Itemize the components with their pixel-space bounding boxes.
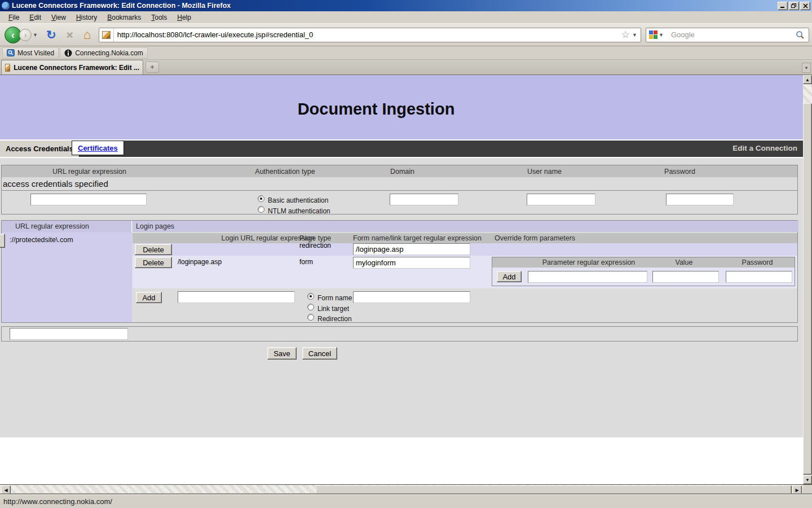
bookmark-most-visited[interactable]: Most Visited	[2, 47, 59, 59]
window-title: Lucene Connectors Framework: Edit Connec…	[12, 2, 776, 10]
override-header-row: Parameter regular expression Value Passw…	[492, 257, 795, 268]
firefox-icon	[2, 2, 10, 10]
session-url-header-cell: URL regular expression	[2, 221, 132, 232]
bookmark-star-icon[interactable]: ☆	[618, 29, 631, 41]
favicon	[99, 28, 114, 42]
reload-button[interactable]: ↻	[46, 29, 56, 41]
status-bar: http://www.connecting.nokia.com/	[0, 494, 812, 508]
forward-button[interactable]: ›	[19, 29, 32, 41]
param-value-input[interactable]	[652, 271, 719, 283]
home-button[interactable]: ⌂	[83, 28, 91, 41]
minimize-button[interactable]	[778, 2, 788, 10]
login-pages-header-cell: Login pages	[133, 221, 798, 232]
form-name-input[interactable]	[353, 243, 470, 255]
save-button[interactable]: Save	[267, 347, 297, 360]
tab-favicon	[5, 64, 10, 72]
credentials-message: access credentials specified	[3, 179, 108, 189]
title-bar: Lucene Connectors Framework: Edit Connec…	[0, 0, 812, 11]
vertical-scrollbar-thumb[interactable]	[803, 103, 812, 475]
login-pages-header-row: Login URL regular expression Page type F…	[133, 233, 797, 243]
url-bar[interactable]: http://localhost:8080/lcf-crawler-ui/exe…	[99, 28, 641, 42]
menu-tools[interactable]: Tools	[146, 12, 172, 23]
col-user-name: User name	[509, 168, 580, 176]
form-name-radio-label: Form name	[317, 294, 352, 302]
new-tab-button[interactable]: +	[145, 62, 159, 73]
param-password-input[interactable]	[726, 271, 792, 283]
scroll-down-icon[interactable]: ▼	[803, 475, 812, 484]
session-url-value: ://protectedsite\.com	[10, 236, 73, 244]
page-type-value: redirection	[299, 242, 331, 249]
new-form-name-input[interactable]	[353, 291, 470, 303]
basic-auth-radio[interactable]	[258, 195, 264, 202]
horizontal-scrollbar-thumb[interactable]	[316, 485, 792, 494]
tab-access-credentials[interactable]: Access Credentials	[0, 141, 80, 157]
add-param-button[interactable]: Add	[497, 271, 522, 282]
tab-strip: Lucene Connectors Framework: Edit ... + …	[0, 60, 812, 75]
redirection-radio-label: Redirection	[317, 315, 352, 323]
cancel-button[interactable]: Cancel	[302, 347, 337, 360]
tab-certificates[interactable]: Certificates	[72, 141, 124, 155]
col-password: Password	[645, 168, 715, 176]
vertical-scrollbar[interactable]: ▲ ▼	[803, 75, 812, 484]
url-dropdown-icon[interactable]: ▼	[631, 32, 641, 38]
new-login-url-input[interactable]	[178, 291, 295, 303]
most-visited-icon	[7, 49, 15, 56]
login-page-row: Delete /loginpage.asp form Parameter reg…	[133, 256, 797, 288]
close-button[interactable]	[800, 2, 810, 10]
menu-file[interactable]: File	[3, 12, 24, 23]
search-magnifier-icon[interactable]	[796, 30, 805, 40]
add-login-page-button[interactable]: Add	[136, 292, 162, 303]
form-name-input[interactable]	[353, 257, 470, 269]
tab-active[interactable]: Lucene Connectors Framework: Edit ...	[1, 60, 143, 75]
search-engine-dropdown-icon[interactable]: ▼	[657, 32, 667, 38]
search-placeholder[interactable]: Google	[667, 30, 796, 39]
history-dropdown-icon[interactable]: ▼	[32, 32, 41, 38]
scroll-left-icon[interactable]: ◀	[1, 485, 11, 494]
delete-url-button-clipped[interactable]	[0, 234, 5, 248]
session-url-cell: ://protectedsite\.com	[2, 232, 132, 322]
bookmarks-toolbar: Most Visited Connecting.Nokia.com	[0, 46, 812, 60]
menu-edit[interactable]: Edit	[24, 12, 46, 23]
url-text[interactable]: http://localhost:8080/lcf-crawler-ui/exe…	[114, 30, 618, 39]
search-box[interactable]: ▼ Google	[646, 28, 809, 42]
link-target-radio-label: Link target	[317, 305, 349, 313]
page-tab-bar: Access Credentials Certificates Edit a C…	[0, 141, 803, 157]
user-name-input[interactable]	[527, 194, 595, 205]
browser-window: Lucene Connectors Framework: Edit Connec…	[0, 0, 812, 508]
horizontal-scrollbar[interactable]: ◀ ▶	[0, 484, 803, 494]
menu-help[interactable]: Help	[172, 12, 196, 23]
override-params-table: Parameter regular expression Value Passw…	[492, 257, 795, 286]
menu-bookmarks[interactable]: Bookmarks	[102, 12, 146, 23]
footer-bar: Save Cancel	[0, 343, 803, 363]
delete-login-page-button[interactable]: Delete	[135, 244, 172, 255]
password-input[interactable]	[666, 194, 734, 205]
bookmark-connecting-nokia[interactable]: Connecting.Nokia.com	[60, 47, 148, 59]
domain-input[interactable]	[390, 194, 458, 205]
form-name-radio[interactable]	[307, 293, 314, 300]
redirection-radio[interactable]	[307, 314, 314, 321]
session-section: URL regular expression Login pages ://pr…	[1, 220, 798, 323]
col-form-name: Form name/link target regular expression	[353, 234, 482, 242]
col-param-regex: Parameter regular expression	[529, 259, 648, 266]
credentials-section: URL regular expression Authentication ty…	[1, 165, 798, 214]
stop-button[interactable]: ×	[67, 29, 73, 41]
edit-connection-label: Edit a Connection	[732, 144, 797, 152]
ntlm-auth-radio[interactable]	[258, 206, 264, 213]
new-url-regex-input[interactable]	[10, 328, 128, 340]
menu-view[interactable]: View	[46, 12, 71, 23]
tab-list-dropdown-icon[interactable]: ▼	[802, 63, 811, 73]
scroll-right-icon[interactable]: ▶	[792, 485, 802, 494]
restore-button[interactable]	[789, 2, 799, 10]
ntlm-auth-label: NTLM authentication	[268, 207, 330, 215]
link-target-radio[interactable]	[307, 304, 314, 310]
delete-login-page-button[interactable]: Delete	[135, 257, 172, 268]
page-title: Document Ingestion	[0, 100, 803, 119]
google-icon	[649, 30, 657, 39]
param-regex-input[interactable]	[528, 271, 647, 283]
login-url-value: /loginpage.asp	[178, 258, 222, 266]
credentials-header-row: URL regular expression Authentication ty…	[2, 165, 797, 177]
url-regex-input[interactable]	[30, 194, 147, 205]
divider	[2, 190, 797, 191]
menu-history[interactable]: History	[71, 12, 102, 23]
scroll-up-icon[interactable]: ▲	[803, 75, 812, 84]
